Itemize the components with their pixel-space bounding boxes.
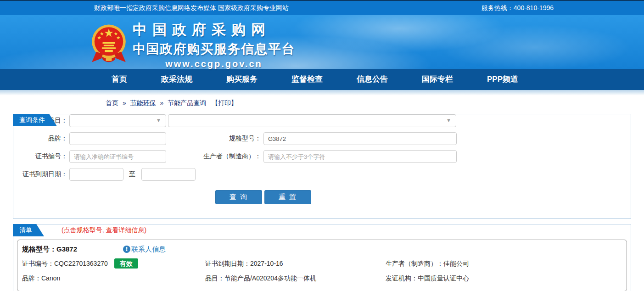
site-slogan: 财政部唯一指定政府采购信息网络发布媒体 国家级政府采购专业网站 [94, 1, 289, 15]
breadcrumb-separator: » [123, 99, 126, 106]
top-bar: 财政部唯一指定政府采购信息网络发布媒体 国家级政府采购专业网站 服务热线：400… [0, 0, 644, 15]
category-cell: 品目：节能产品/A020204多功能一体机 [205, 271, 386, 285]
category-select-primary[interactable]: ▼ [69, 114, 166, 127]
result-card: 规格型号：G3872 ! 联系人信息 证书编号：CQC22701363270 有… [17, 240, 627, 291]
list-panel-hint: (点击规格型号, 查看详细信息) [62, 226, 146, 235]
breadcrumb-section-link[interactable]: 节能环保 [130, 99, 156, 106]
site-title-block: 中国政府采购网 中国政府购买服务信息平台 www.ccgp.gov.cn [133, 20, 295, 69]
nav-item-home[interactable]: 首页 [112, 69, 127, 90]
manufacturer-input[interactable] [263, 150, 457, 163]
form-row-cert-maker: 证书编号： 生产者（制造商）： [13, 150, 631, 163]
site-header: 中国政府采购网 中国政府购买服务信息平台 www.ccgp.gov.cn [0, 15, 644, 69]
manufacturer-label: 生产者（制造商）： [166, 152, 261, 161]
brand-cell-value: Canon [41, 271, 60, 285]
nav-item-supervision[interactable]: 监督检查 [291, 69, 323, 90]
expiry-end-input[interactable] [141, 168, 196, 181]
result-card-header: 规格型号：G3872 ! 联系人信息 [17, 242, 627, 256]
service-hotline: 服务热线：400-810-1996 [482, 1, 554, 15]
form-row-category: 品目： ▼ ▼ [13, 114, 631, 127]
nav-item-regulations[interactable]: 政采法规 [161, 69, 192, 90]
cert-number-cell-label: 证书编号： [22, 256, 54, 271]
platform-name: 中国政府购买服务信息平台 [133, 40, 295, 58]
chevron-down-icon: ▼ [156, 118, 161, 123]
result-card-row-1: 证书编号：CQC22701363270 有效 证书到期日期：2027-10-16… [17, 256, 627, 271]
site-logo[interactable]: 中国政府采购网 中国政府购买服务信息平台 www.ccgp.gov.cn [90, 20, 295, 69]
date-range-to-label: 至 [129, 170, 135, 179]
breadcrumb: 首页 » 节能环保 » 节能产品查询 【打印】 [106, 99, 644, 107]
expiry-cell-label: 证书到期日期： [205, 256, 250, 271]
category-select-secondary[interactable]: ▼ [168, 114, 456, 127]
breadcrumb-separator: » [160, 99, 163, 106]
brand-cell-label: 品牌： [22, 271, 41, 285]
manufacturer-cell-label: 生产者（制造商）： [386, 256, 443, 271]
cert-number-label: 证书编号： [13, 152, 67, 161]
cert-number-input[interactable] [69, 150, 166, 163]
query-panel: 查询条件 品目： ▼ ▼ 品牌： 规格型号： 证书编号： 生产者（制造商）： 证… [13, 114, 631, 219]
issuer-cell-value: 中国质量认证中心 [418, 271, 469, 285]
issuer-cell-label: 发证机构： [386, 271, 418, 285]
model-label: 规格型号： [166, 134, 261, 143]
national-emblem-icon [90, 24, 127, 66]
site-name: 中国政府采购网 [133, 20, 295, 39]
model-input[interactable] [263, 132, 457, 145]
expiry-cell: 证书到期日期：2027-10-16 [205, 256, 386, 271]
nav-item-international[interactable]: 国际专栏 [422, 69, 453, 90]
breadcrumb-current-page: 节能产品查询 [168, 99, 206, 106]
brand-cell: 品牌：Canon [22, 271, 205, 285]
manufacturer-cell-value: 佳能公司 [443, 256, 469, 271]
expiry-date-label: 证书到期日期： [13, 170, 67, 179]
nav-item-ppp[interactable]: PPP频道 [487, 69, 518, 90]
manufacturer-cell: 生产者（制造商）：佳能公司 [386, 256, 627, 271]
form-row-expiry: 证书到期日期： 至 [13, 168, 631, 181]
category-cell-label: 品目： [205, 271, 224, 285]
list-panel-title: 清单 [13, 224, 44, 236]
print-link[interactable]: 【打印】 [212, 99, 237, 106]
contact-info-label: 联系人信息 [131, 245, 166, 254]
cert-number-cell-value: CQC22701363270 [54, 256, 108, 271]
reset-button[interactable]: 重 置 [264, 190, 311, 204]
expiry-cell-value: 2027-10-16 [250, 256, 283, 271]
nav-item-purchase-service[interactable]: 购买服务 [226, 69, 258, 90]
site-url: www.ccgp.gov.cn [133, 59, 295, 69]
brand-input[interactable] [69, 132, 166, 145]
expiry-start-input[interactable] [69, 168, 123, 181]
main-nav: 首页 政采法规 购买服务 监督检查 信息公告 国际专栏 PPP频道 [0, 69, 644, 90]
nav-bottom-strip [0, 90, 644, 95]
result-list-panel: 清单 (点击规格型号, 查看详细信息) 规格型号：G3872 ! 联系人信息 证… [13, 224, 631, 291]
search-button[interactable]: 查 询 [215, 190, 262, 204]
form-row-brand-model: 品牌： 规格型号： [13, 132, 631, 145]
status-badge: 有效 [114, 258, 138, 269]
issuer-cell: 发证机构：中国质量认证中心 [386, 271, 627, 285]
category-cell-value: 节能产品/A020204多功能一体机 [224, 271, 316, 285]
result-card-row-2: 品牌：Canon 品目：节能产品/A020204多功能一体机 发证机构：中国质量… [17, 271, 627, 285]
cert-number-cell: 证书编号：CQC22701363270 有效 [22, 256, 205, 271]
info-icon: ! [123, 246, 130, 253]
brand-label: 品牌： [13, 134, 67, 143]
form-buttons: 查 询 重 置 [215, 190, 631, 204]
result-model-link[interactable]: 规格型号：G3872 [22, 245, 123, 254]
nav-item-announcements[interactable]: 信息公告 [357, 69, 388, 90]
result-model-value: G3872 [56, 245, 77, 253]
contact-info-link[interactable]: ! 联系人信息 [123, 245, 166, 254]
chevron-down-icon: ▼ [446, 118, 451, 123]
result-model-label: 规格型号： [22, 245, 56, 253]
breadcrumb-home-link[interactable]: 首页 [106, 99, 118, 106]
